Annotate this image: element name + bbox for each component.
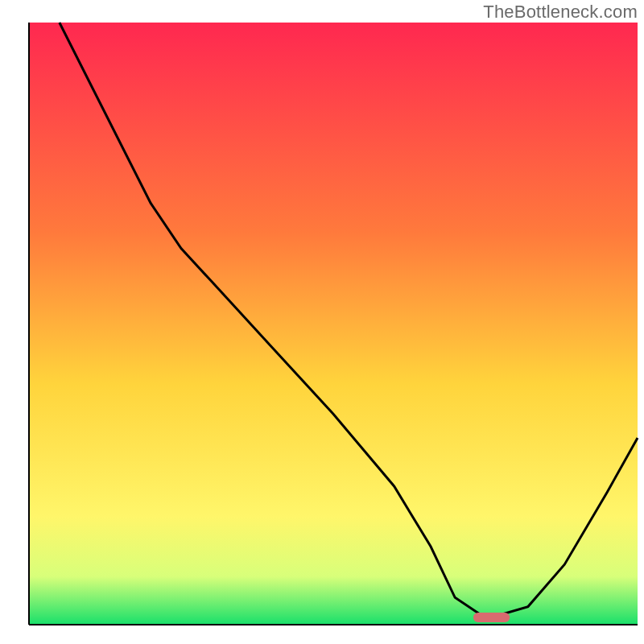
optimum-marker (473, 613, 510, 622)
attribution-label: TheBottleneck.com (483, 2, 638, 23)
bottleneck-chart: TheBottleneck.com (0, 0, 644, 644)
plot-svg (0, 0, 644, 644)
plot-background (29, 23, 638, 625)
